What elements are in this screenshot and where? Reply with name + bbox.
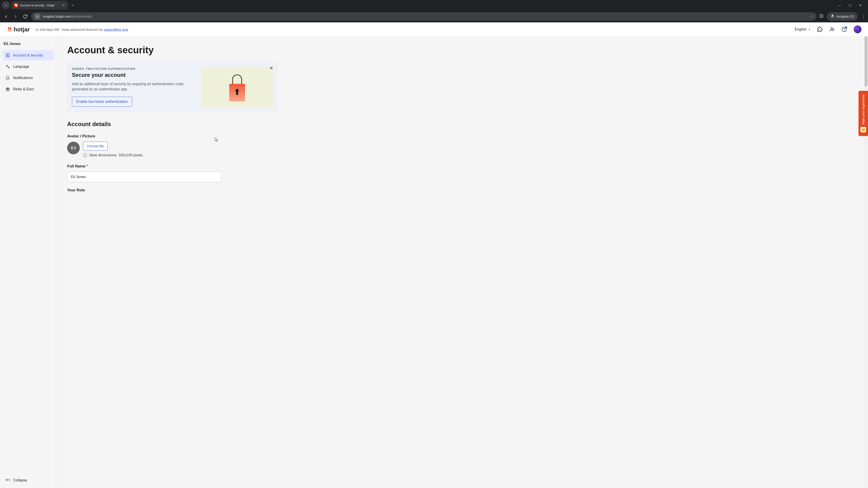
language-icon [5,64,10,69]
tab-title: Account & security - Hotjar [20,4,60,7]
hotjar-flame-icon [6,26,12,32]
avatar-hint: i Ideal dimensions: 100x100 pixels. [83,153,144,157]
svg-point-12 [6,54,10,57]
enable-2fa-button[interactable]: Enable two-factor authentication [72,97,132,107]
incognito-icon [831,14,835,19]
full-name-input[interactable] [67,172,222,182]
site-info-icon[interactable] [34,13,40,20]
bell-icon [5,76,10,80]
avatar-row: EJ Choose file i Ideal dimensions: 100x1… [67,142,857,157]
choose-file-button[interactable]: Choose file [83,142,107,151]
sidebar-item-notifications[interactable]: Notifications [3,73,53,83]
feedback-label: Rate your experience [862,94,865,125]
gift-icon [5,87,10,92]
hint-text: Ideal dimensions: 100x100 pixels. [89,153,144,157]
section-title-account-details: Account details [67,121,857,128]
user-circle-icon [5,53,10,58]
hotjar-favicon-icon [14,3,18,7]
banner-illustration [202,67,273,107]
banner-description: Add an additional layer of security by r… [72,81,185,92]
sidebar-item-language[interactable]: Language [3,61,53,72]
svg-point-4 [831,16,833,17]
maximize-button[interactable]: ▢ [848,4,852,7]
avatar-placeholder: EJ [67,142,80,154]
banner-title: Secure your account [72,72,197,78]
close-window-button[interactable]: ✕ [858,4,863,7]
app-viewport: hotjar 11 trial days left - keep advance… [0,22,868,488]
sidebar-item-label: Account & security [13,53,43,57]
address-bar[interactable]: insights.hotjar.com/profile/details ☆ [31,12,816,21]
reload-button[interactable] [22,13,29,20]
collapse-label: Collapse [13,478,27,482]
back-button[interactable] [3,13,9,20]
window-controls: ― ▢ ✕ [837,4,866,7]
subscribe-link[interactable]: subscribing now [104,28,128,31]
language-selector[interactable]: English ▼ [795,27,811,31]
user-avatar[interactable] [854,25,862,33]
svg-point-13 [7,55,8,56]
url-text: insights.hotjar.com/profile/details [43,14,807,18]
info-icon: i [83,153,87,157]
bookmark-icon[interactable]: ☆ [810,14,813,19]
page-title: Account & security [67,45,857,56]
minimize-button[interactable]: ― [837,4,842,7]
browser-tab[interactable]: Account & security - Hotjar ✕ [11,1,68,9]
collapse-icon [5,478,10,483]
sidebar-item-label: Notifications [13,76,33,80]
invite-user-icon[interactable] [829,26,835,32]
svg-rect-21 [236,91,238,95]
svg-point-0 [36,15,37,16]
svg-rect-2 [819,15,823,18]
svg-point-5 [833,16,834,17]
sidebar-item-account-security[interactable]: Account & security [3,50,53,61]
toolbar-right: Incognito (2) ⋮ [819,12,865,21]
close-banner-button[interactable]: ✕ [269,65,274,71]
new-tab-button[interactable]: ＋ [69,2,76,8]
hotjar-logo[interactable]: hotjar [6,26,30,33]
tab-strip: Account & security - Hotjar ✕ ＋ ― ▢ ✕ [0,0,868,10]
browser-menu-icon[interactable]: ⋮ [861,14,865,19]
lock-icon [225,71,250,103]
forward-button[interactable] [12,13,19,20]
header-right: English ▼ [795,25,862,33]
app-body: Eli Jones Account & security Language No… [0,37,868,488]
side-panel-icon[interactable] [819,14,823,19]
app-header: hotjar 11 trial days left - keep advance… [0,22,868,37]
avatar-label: Avatar / Picture [67,134,857,138]
your-role-label: Your Role [67,188,857,193]
collapse-sidebar-button[interactable]: Collapse [3,475,53,485]
sidebar-item-label: Refer & Earn [13,87,34,91]
svg-point-10 [842,27,846,32]
scrollbar-thumb[interactable] [865,37,868,86]
two-factor-banner: GUIDES: TWO-FACTOR AUTHENTICATION Secure… [67,62,277,112]
browser-chrome: Account & security - Hotjar ✕ ＋ ― ▢ ✕ in… [0,0,868,22]
sidebar-item-refer-earn[interactable]: Refer & Earn [3,84,53,94]
nav-bar: insights.hotjar.com/profile/details ☆ In… [0,10,868,22]
language-label: English [795,27,807,31]
chevron-down-icon: ▼ [808,28,811,31]
svg-point-1 [38,17,38,17]
sidebar-username: Eli Jones [3,41,53,50]
tab-search-button[interactable] [2,1,10,9]
banner-eyebrow: GUIDES: TWO-FACTOR AUTHENTICATION [72,67,197,70]
smiley-icon: 😊 [861,127,866,132]
sidebar: Eli Jones Account & security Language No… [0,37,56,488]
help-icon[interactable] [841,26,847,32]
main-content: Account & security GUIDES: TWO-FACTOR AU… [56,37,868,488]
svg-point-7 [831,28,833,29]
logo-text: hotjar [13,26,30,33]
full-name-label: Full Name* [67,164,857,168]
integrations-icon[interactable] [817,26,823,32]
sidebar-item-label: Language [13,65,29,69]
incognito-label: Incognito (2) [836,15,854,18]
close-tab-icon[interactable]: ✕ [62,3,65,7]
incognito-indicator[interactable]: Incognito (2) [827,12,858,21]
feedback-tab[interactable]: Rate your experience 😊 [859,91,868,136]
trial-banner: 11 trial days left - keep advanced featu… [35,28,128,31]
